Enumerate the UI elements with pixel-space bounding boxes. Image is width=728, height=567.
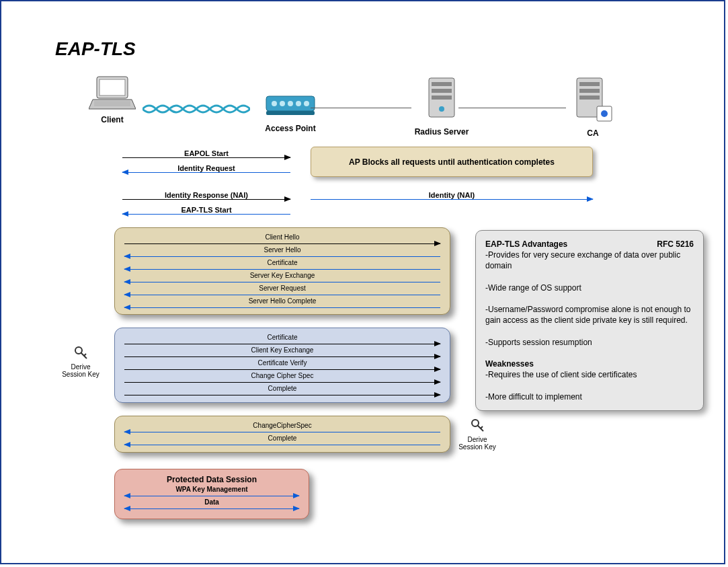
node-ap-label: Access Point xyxy=(253,124,327,133)
arrow-identity-response: Identity Response (NAI) xyxy=(122,195,290,203)
node-radius-label: Radius Server xyxy=(405,127,479,137)
svg-point-8 xyxy=(296,101,301,106)
row-client-hello: Client Hello xyxy=(124,233,440,246)
svg-rect-4 xyxy=(266,111,315,115)
info-sidebox: EAP-TLS Advantages RFC 5216 -Provides fo… xyxy=(475,230,704,411)
row-server-request: Server Request xyxy=(124,285,440,297)
node-client: Client xyxy=(79,75,146,124)
row-ccs: ChangeCipherSpec xyxy=(124,422,440,434)
derive-key-right: Derive Session Key xyxy=(457,418,497,451)
key-icon xyxy=(471,418,484,434)
arrow-eapol-start: EAPOL Start xyxy=(122,153,290,161)
svg-rect-2 xyxy=(94,101,130,106)
ap-block-box: AP Blocks all requests until authenticat… xyxy=(311,147,593,177)
svg-point-20 xyxy=(601,110,608,117)
row-certificate: Certificate xyxy=(124,259,440,272)
panel-server-finish: ChangeCipherSpec Complete xyxy=(114,416,450,453)
sidebox-rfc: RFC 5216 xyxy=(657,239,694,250)
ca-server-icon xyxy=(573,75,613,124)
row-complete2: Complete xyxy=(124,434,440,447)
laptop-icon xyxy=(89,75,136,112)
row-client-key-exchange: Client Key Exchange xyxy=(124,346,440,359)
svg-point-5 xyxy=(272,101,277,106)
row-cert-verify: Certificate Verify xyxy=(124,359,440,372)
svg-point-14 xyxy=(439,106,444,112)
weak-item: -Requires the use of client side certifi… xyxy=(485,369,694,380)
row-server-key-exchange: Server Key Exchange xyxy=(124,272,440,285)
node-client-label: Client xyxy=(79,115,146,124)
node-ca-label: CA xyxy=(563,128,623,138)
svg-point-7 xyxy=(288,101,293,106)
svg-rect-12 xyxy=(432,89,452,93)
node-ca: CA xyxy=(563,75,623,138)
panel-tls-hello: Client Hello Server Hello Certificate Se… xyxy=(114,227,450,315)
row-server-hello: Server Hello xyxy=(124,246,440,259)
arrow-identity-nai: Identity (NAI) xyxy=(311,195,593,203)
svg-point-6 xyxy=(280,101,285,106)
adv-item: -Wide range of OS support xyxy=(485,282,694,293)
arrow-eap-tls-start: EAP-TLS Start xyxy=(122,210,290,218)
row-complete: Complete xyxy=(124,385,440,398)
row-data: Data xyxy=(124,498,299,511)
svg-rect-1 xyxy=(99,79,125,96)
adv-item: -Supports session resumption xyxy=(485,337,694,348)
wireless-link-icon xyxy=(143,102,250,116)
row-cert2: Certificate xyxy=(124,334,440,346)
row-wpa-key: WPA Key Management xyxy=(124,486,299,498)
adv-item: -Username/Password compromise alone is n… xyxy=(485,304,694,326)
node-access-point: Access Point xyxy=(253,92,327,133)
panel-tls-client: Certificate Client Key Exchange Certific… xyxy=(114,328,450,403)
link-line xyxy=(311,108,411,108)
sidebox-title: EAP-TLS Advantages xyxy=(485,239,567,250)
svg-rect-11 xyxy=(432,82,452,86)
row-change-cipher: Change Cipher Spec xyxy=(124,372,440,385)
weak-item: -More difficult to implement xyxy=(485,391,694,402)
svg-rect-17 xyxy=(579,89,600,93)
adv-item: -Provides for very secure exchange of da… xyxy=(485,250,694,271)
page-title: EAP-TLS xyxy=(55,38,136,60)
link-line-2 xyxy=(458,108,566,108)
weakness-title: Weaknesses xyxy=(485,358,694,369)
derive-key-left: Derive Session Key xyxy=(60,346,101,378)
svg-rect-18 xyxy=(579,96,600,100)
arrow-identity-request: Identity Request xyxy=(122,168,290,176)
protected-title: Protected Data Session xyxy=(124,475,299,484)
diagram-page: EAP-TLS Client Access Point xyxy=(0,0,725,564)
svg-rect-16 xyxy=(579,82,600,86)
router-icon xyxy=(264,92,317,119)
panel-protected-data: Protected Data Session WPA Key Managemen… xyxy=(114,469,309,519)
row-server-hello-complete: Server Hello Complete xyxy=(124,297,440,310)
key-icon xyxy=(74,346,87,362)
svg-point-9 xyxy=(304,101,309,106)
svg-rect-13 xyxy=(432,96,452,100)
server-icon xyxy=(425,75,458,122)
node-radius: Radius Server xyxy=(405,75,479,137)
